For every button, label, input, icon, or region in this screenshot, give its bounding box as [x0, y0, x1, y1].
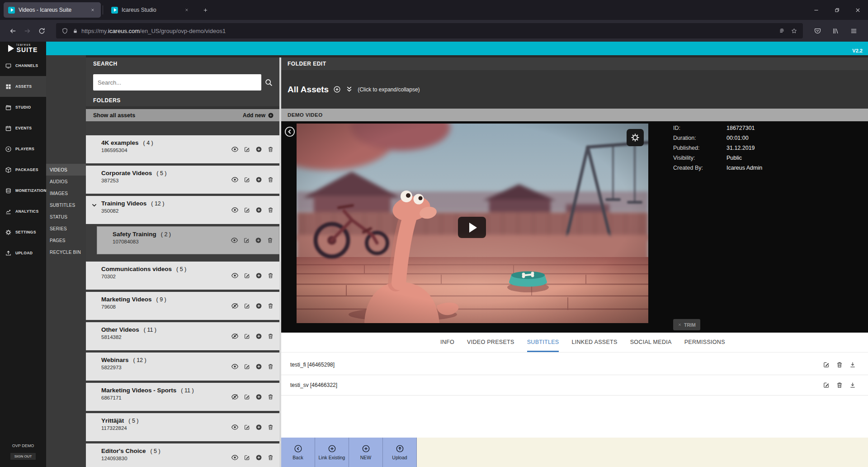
folder-row[interactable]: Webinars( 12 ) 5822973: [86, 353, 279, 381]
trash-icon[interactable]: [267, 272, 274, 279]
folder-row[interactable]: 4K examples( 4 ) 186595304: [86, 135, 279, 163]
edit-icon[interactable]: [244, 454, 250, 461]
edit-icon[interactable]: [244, 207, 250, 214]
folder-row[interactable]: Yrittäjät( 5 ) 117322824: [86, 413, 279, 441]
add-icon[interactable]: [255, 237, 262, 244]
edit-icon[interactable]: [244, 363, 250, 370]
folder-row[interactable]: Corporate Videos( 5 ) 387253: [86, 166, 279, 194]
trash-icon[interactable]: [267, 176, 274, 183]
sidebar-item-analytics[interactable]: ANALYTICS: [0, 201, 46, 222]
tab-linked-assets[interactable]: LINKED ASSETS: [571, 333, 617, 352]
add-icon[interactable]: [255, 454, 262, 461]
edit-icon[interactable]: [244, 394, 250, 400]
eye-icon[interactable]: [231, 454, 239, 462]
trash-icon[interactable]: [267, 454, 274, 461]
tracking-shield-icon[interactable]: [61, 28, 68, 34]
folder-row[interactable]: Other Videos( 11 ) 5814382: [86, 322, 279, 350]
eye-icon[interactable]: [231, 206, 239, 214]
sidebar-item-players[interactable]: PLAYERS: [0, 138, 46, 159]
add-icon[interactable]: [255, 424, 262, 431]
forward-button[interactable]: [20, 24, 34, 38]
play-button[interactable]: [458, 217, 486, 238]
subnav-item-subtitles[interactable]: SUBTITLES: [46, 199, 86, 211]
edit-icon[interactable]: [823, 361, 830, 368]
browser-tab-active[interactable]: Videos - Icareus Suite: [4, 2, 101, 18]
add-icon[interactable]: [255, 333, 262, 340]
menu-icon[interactable]: [847, 24, 860, 38]
eye-icon[interactable]: [231, 363, 239, 371]
trash-icon[interactable]: [267, 237, 274, 244]
search-input[interactable]: [93, 74, 261, 91]
new-button[interactable]: NEW: [349, 438, 383, 467]
window-close-button[interactable]: [847, 0, 868, 20]
tab-close-icon[interactable]: [183, 6, 190, 14]
download-icon[interactable]: [849, 381, 856, 389]
browser-tab-inactive[interactable]: Icareus Studio: [107, 2, 195, 18]
edit-icon[interactable]: [244, 303, 250, 310]
edit-icon[interactable]: [244, 272, 250, 279]
window-minimize-button[interactable]: [806, 0, 826, 20]
edit-icon[interactable]: [243, 237, 250, 244]
add-icon[interactable]: [255, 363, 262, 370]
tab-permissions[interactable]: PERMISSIONS: [684, 333, 725, 352]
player-settings-button[interactable]: [627, 129, 644, 146]
subnav-item-images[interactable]: IMAGES: [46, 187, 86, 199]
folder-row-selected[interactable]: Safety Training( 2 ) 107084083: [97, 226, 279, 254]
subnav-item-videos[interactable]: VIDEOS: [46, 164, 86, 176]
link-existing-button[interactable]: Link Existing: [315, 438, 349, 467]
folder-row[interactable]: Communications videos( 5 ) 70302: [86, 262, 279, 290]
edit-icon[interactable]: [823, 381, 830, 389]
upload-button[interactable]: Upload: [383, 438, 417, 467]
trash-icon[interactable]: [836, 381, 843, 389]
search-icon[interactable]: [261, 74, 276, 91]
eye-icon[interactable]: [231, 176, 239, 184]
tab-social-media[interactable]: SOCIAL MEDIA: [630, 333, 672, 352]
eye-slash-icon[interactable]: [231, 393, 239, 401]
back-button[interactable]: [5, 24, 20, 38]
back-circle-icon[interactable]: [284, 126, 296, 138]
folder-row-expanded[interactable]: Training Videos( 12 ) 350082: [86, 196, 279, 224]
url-bar[interactable]: https://my.icareus.com/en_US/group/ovp-d…: [56, 23, 803, 38]
eye-icon[interactable]: [231, 272, 239, 280]
trash-icon[interactable]: [267, 363, 274, 370]
add-icon[interactable]: [255, 394, 262, 400]
add-icon[interactable]: [255, 303, 262, 310]
show-all-assets-row[interactable]: Show all assets Add new: [86, 109, 279, 121]
sidebar-item-channels[interactable]: CHANNELS: [0, 55, 46, 76]
edit-icon[interactable]: [244, 424, 250, 431]
folder-row[interactable]: Marketing Videos( 9 ) 79608: [86, 292, 279, 320]
eye-icon[interactable]: [231, 146, 239, 153]
sidebar-item-packages[interactable]: PACKAGES: [0, 159, 46, 180]
edit-icon[interactable]: [244, 146, 250, 153]
bookmark-star-icon[interactable]: [791, 28, 797, 34]
new-tab-button[interactable]: [198, 3, 212, 17]
subnav-item-audios[interactable]: AUDIOS: [46, 176, 86, 187]
trash-icon[interactable]: [267, 424, 274, 431]
eye-slash-icon[interactable]: [231, 302, 239, 310]
folder-row[interactable]: Marketing Videos - Sports( 11 ) 6867171: [86, 383, 279, 411]
subtitle-row[interactable]: testi_fi [46465298]: [281, 355, 868, 375]
sidebar-item-settings[interactable]: SETTINGS: [0, 222, 46, 243]
tab-subtitles[interactable]: SUBTITLES: [527, 333, 559, 352]
add-icon[interactable]: [255, 146, 262, 153]
back-action-button[interactable]: Back: [281, 438, 315, 467]
tab-video-presets[interactable]: VIDEO PRESETS: [467, 333, 514, 352]
pocket-icon[interactable]: [811, 24, 824, 38]
edit-icon[interactable]: [244, 333, 250, 340]
sidebar-item-assets[interactable]: ASSETS: [0, 76, 46, 97]
sidebar-item-events[interactable]: EVENTS: [0, 118, 46, 138]
folder-row[interactable]: Editor's Choice( 5 ) 124093830: [86, 443, 279, 467]
add-asset-icon[interactable]: [333, 86, 341, 93]
add-new-folder-button[interactable]: Add new: [243, 112, 274, 119]
sidebar-item-upload[interactable]: UPLOAD: [0, 243, 46, 263]
expand-collapse-icon[interactable]: [345, 86, 353, 93]
sidebar-item-monetization[interactable]: MONETIZATION: [0, 180, 46, 201]
subnav-item-pages[interactable]: PAGES: [46, 234, 86, 246]
tab-info[interactable]: INFO: [440, 333, 454, 352]
reload-button[interactable]: [34, 24, 49, 38]
subnav-item-series[interactable]: SERIES: [46, 223, 86, 234]
trash-icon[interactable]: [267, 333, 274, 340]
lock-icon[interactable]: [72, 28, 78, 34]
trash-icon[interactable]: [267, 303, 274, 310]
trash-icon[interactable]: [836, 361, 843, 368]
